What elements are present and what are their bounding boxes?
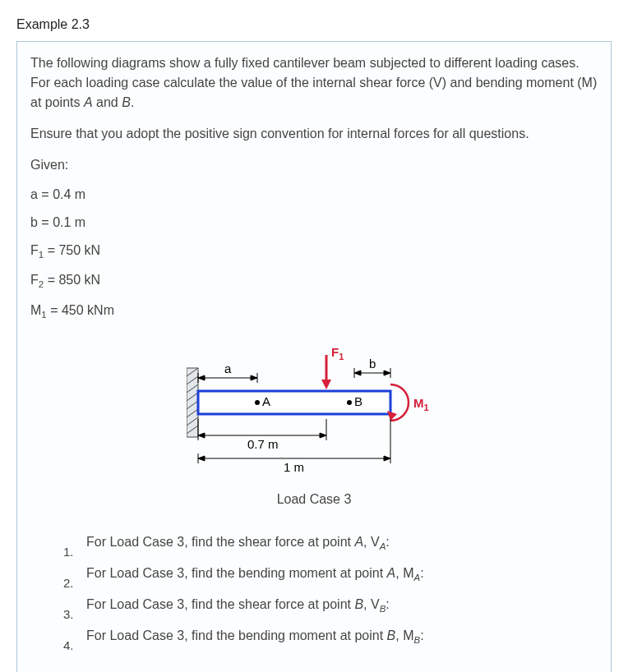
force-f1-label: F1: [331, 345, 344, 361]
m1-symbol: M: [30, 303, 41, 317]
svg-marker-25: [320, 433, 326, 438]
intro-paragraph-1: The following diagrams show a fully fixe…: [30, 53, 598, 113]
point-a-label: A: [262, 394, 270, 408]
beam-svg: A B a b: [187, 343, 441, 483]
f1-symbol: F: [30, 243, 39, 257]
q-pre: For Load Case 3, find the bending moment…: [86, 566, 387, 580]
force-f1-arrow-icon: [321, 355, 331, 389]
question-item: 2. For Load Case 3, find the bending mom…: [63, 564, 598, 588]
question-text: For Load Case 3, find the bending moment…: [86, 564, 598, 585]
intro-text-and: and: [93, 95, 122, 109]
q-mid: , V: [363, 597, 380, 611]
dim-07-label: 0.7 m: [247, 437, 279, 451]
svg-marker-29: [198, 456, 205, 461]
given-a: a = 0.4 m: [30, 185, 598, 205]
given-f2: F2 = 850 kN: [30, 270, 598, 292]
q-pre: For Load Case 3, find the shear force at…: [86, 597, 354, 611]
m1-value: = 450 kNm: [47, 303, 114, 317]
q-post: :: [386, 597, 389, 611]
given-f1: F1 = 750 kN: [30, 241, 598, 262]
q-pre: For Load Case 3, find the shear force at…: [86, 535, 354, 549]
given-m1: M1 = 450 kNm: [30, 301, 598, 322]
given-label: Given:: [30, 155, 598, 175]
q-point: A: [354, 535, 363, 549]
q-post: :: [386, 535, 389, 549]
question-item: 3. For Load Case 3, find the shear force…: [63, 595, 598, 619]
question-number: 4.: [63, 637, 86, 656]
beam-diagram: A B a b: [30, 343, 598, 483]
q-mid: , M: [395, 566, 413, 580]
problem-box: The following diagrams show a fully fixe…: [16, 41, 612, 672]
f2-value: = 850 kN: [44, 273, 100, 287]
question-item: 4. For Load Case 3, find the bending mom…: [63, 626, 598, 651]
q-sub: B: [413, 636, 420, 646]
question-text: For Load Case 3, find the shear force at…: [86, 595, 598, 616]
question-number: 1.: [63, 543, 86, 562]
q-point: B: [387, 628, 396, 642]
q-mid: , M: [395, 628, 413, 642]
q-pre: For Load Case 3, find the bending moment…: [86, 628, 387, 642]
q-post: :: [420, 628, 423, 642]
moment-m1-label: M1: [413, 396, 429, 412]
questions-list: 1. For Load Case 3, find the shear force…: [30, 532, 598, 651]
point-b-dot-icon: [347, 400, 352, 405]
diagram-caption: Load Case 3: [30, 490, 598, 509]
q-sub: A: [413, 573, 420, 583]
example-title: Example 2.3: [16, 15, 612, 35]
q-mid: , V: [363, 535, 380, 549]
intro-paragraph-2: Ensure that you adopt the positive sign …: [30, 124, 598, 144]
svg-marker-19: [321, 380, 331, 389]
q-point: A: [387, 566, 396, 580]
question-number: 2.: [63, 574, 86, 593]
svg-marker-17: [384, 371, 390, 375]
svg-marker-12: [251, 375, 257, 380]
intro-text-end: .: [131, 95, 134, 109]
question-text: For Load Case 3, find the bending moment…: [86, 626, 598, 647]
point-a-dot-icon: [255, 400, 260, 405]
dim-a-label: a: [224, 361, 232, 375]
question-number: 3.: [63, 605, 86, 624]
svg-marker-30: [384, 456, 390, 461]
question-item: 1. For Load Case 3, find the shear force…: [63, 532, 598, 557]
dim-b-label: b: [369, 357, 376, 371]
svg-marker-11: [198, 375, 205, 380]
point-b-label: B: [354, 394, 362, 408]
point-b-ref: B: [122, 95, 131, 109]
q-post: :: [420, 566, 423, 580]
f2-symbol: F: [30, 273, 39, 287]
svg-marker-24: [198, 433, 205, 438]
question-text: For Load Case 3, find the shear force at…: [86, 532, 598, 554]
q-point: B: [354, 597, 363, 611]
dim-1-label: 1 m: [284, 460, 304, 474]
given-b: b = 0.1 m: [30, 213, 598, 232]
svg-marker-16: [354, 371, 361, 375]
dim-1-icon: [198, 419, 390, 463]
point-a-ref: A: [84, 95, 93, 109]
f1-value: = 750 kN: [44, 243, 100, 257]
